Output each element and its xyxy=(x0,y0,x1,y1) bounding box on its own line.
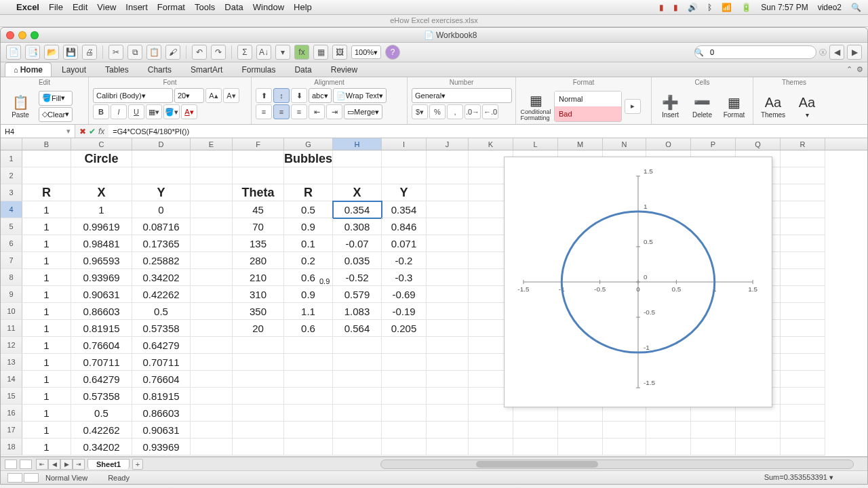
cell-E9[interactable] xyxy=(191,286,233,303)
search-clear-icon[interactable]: ⓧ xyxy=(819,47,827,58)
cell-B17[interactable]: 1 xyxy=(22,422,71,439)
cell-F17[interactable] xyxy=(233,422,284,439)
volume-icon[interactable]: 🔊 xyxy=(688,3,698,12)
cell-H5[interactable]: 0.308 xyxy=(333,218,382,235)
cell-K17[interactable] xyxy=(469,422,513,439)
cell-E17[interactable] xyxy=(191,422,233,439)
cell-R11[interactable] xyxy=(781,320,825,337)
tab-data[interactable]: Data xyxy=(285,62,320,77)
cell-I7[interactable]: -0.2 xyxy=(382,252,427,269)
cell-J16[interactable] xyxy=(427,405,469,422)
decrease-decimal-button[interactable]: ←.0 xyxy=(482,104,498,119)
sheet-prev-button[interactable]: ◀ xyxy=(48,459,60,470)
cell-I6[interactable]: 0.071 xyxy=(382,235,427,252)
cell-C12[interactable]: 0.76604 xyxy=(71,337,132,354)
cell-B5[interactable]: 1 xyxy=(22,218,71,235)
menu-help[interactable]: Help xyxy=(294,2,312,12)
cell-J13[interactable] xyxy=(427,354,469,371)
cell-H17[interactable] xyxy=(333,422,382,439)
collapse-ribbon-icon[interactable]: ⌃ xyxy=(846,65,852,74)
cell-H13[interactable] xyxy=(333,354,382,371)
conditional-formatting-button[interactable]: ▦Conditional Formatting xyxy=(520,89,551,123)
cell-C9[interactable]: 0.90631 xyxy=(71,286,132,303)
colh-G[interactable]: G xyxy=(284,138,333,150)
bold-button[interactable]: B xyxy=(93,104,109,119)
cell-I8[interactable]: -0.3 xyxy=(382,269,427,286)
colh-N[interactable]: N xyxy=(603,138,646,150)
cell-F6[interactable]: 135 xyxy=(233,235,284,252)
spotlight-icon[interactable]: 🔍 xyxy=(851,3,861,12)
view-normal-icon[interactable] xyxy=(5,460,17,469)
tab-home[interactable]: ⌂Home xyxy=(5,62,52,77)
column-headers[interactable]: B C D E F G H I J K L M N O P Q R xyxy=(1,138,867,150)
cell-I5[interactable]: 0.846 xyxy=(382,218,427,235)
save-button[interactable]: 💾 xyxy=(63,45,78,60)
wifi-icon[interactable]: 📶 xyxy=(722,3,732,12)
cell-I2[interactable] xyxy=(382,167,427,184)
cell-B15[interactable]: 1 xyxy=(22,388,71,405)
cell-D14[interactable]: 0.76604 xyxy=(132,371,191,388)
sheet-nav[interactable]: ⇤ ◀ ▶ ⇥ xyxy=(36,459,85,470)
insert-cells-button[interactable]: ➕Insert xyxy=(656,89,685,123)
menu-insert[interactable]: Insert xyxy=(125,2,148,12)
cell-E13[interactable] xyxy=(191,354,233,371)
cell-F11[interactable]: 20 xyxy=(233,320,284,337)
cell-D9[interactable]: 0.42262 xyxy=(132,286,191,303)
colh-H[interactable]: H xyxy=(333,138,382,150)
cell-H14[interactable] xyxy=(333,371,382,388)
cell-I11[interactable]: 0.205 xyxy=(382,320,427,337)
cell-K18[interactable] xyxy=(469,439,513,455)
number-format-select[interactable]: General ▾ xyxy=(412,88,512,103)
cell-B9[interactable]: 1 xyxy=(22,286,71,303)
cell-L17[interactable] xyxy=(513,422,558,439)
open-template-button[interactable]: 📑 xyxy=(25,45,40,60)
rowh-7[interactable]: 7 xyxy=(1,252,22,269)
cell-C16[interactable]: 0.5 xyxy=(71,405,132,422)
cell-J4[interactable] xyxy=(427,201,469,218)
cell-H15[interactable] xyxy=(333,388,382,405)
cell-B13[interactable]: 1 xyxy=(22,354,71,371)
colh-L[interactable]: L xyxy=(513,138,558,150)
paste-big-button[interactable]: 📋Paste xyxy=(5,89,36,123)
comma-button[interactable]: , xyxy=(447,104,463,119)
cell-R2[interactable] xyxy=(781,167,825,184)
cell-F12[interactable] xyxy=(233,337,284,354)
cell-B6[interactable]: 1 xyxy=(22,235,71,252)
cell-F14[interactable] xyxy=(233,371,284,388)
clock[interactable]: Sun 7:57 PM xyxy=(761,3,808,12)
cell-D2[interactable] xyxy=(132,167,191,184)
close-window-button[interactable] xyxy=(6,31,14,39)
cell-C6[interactable]: 0.98481 xyxy=(71,235,132,252)
cell-R18[interactable] xyxy=(781,439,825,455)
cell-G2[interactable] xyxy=(284,167,333,184)
sheet-first-button[interactable]: ⇤ xyxy=(36,459,48,470)
cell-D7[interactable]: 0.25882 xyxy=(132,252,191,269)
cell-C14[interactable]: 0.64279 xyxy=(71,371,132,388)
cell-J5[interactable] xyxy=(427,218,469,235)
cell-G3[interactable]: R xyxy=(284,184,333,201)
cell-E7[interactable] xyxy=(191,252,233,269)
cell-C8[interactable]: 0.93969 xyxy=(71,269,132,286)
minimize-window-button[interactable] xyxy=(18,31,26,39)
cell-J2[interactable] xyxy=(427,167,469,184)
increase-indent-button[interactable]: ⇥ xyxy=(326,104,342,119)
cell-B1[interactable] xyxy=(22,150,71,167)
styles-more-button[interactable]: ▸ xyxy=(625,99,641,114)
window-titlebar[interactable]: 📄 Workbook8 xyxy=(1,28,867,43)
cell-D6[interactable]: 0.17365 xyxy=(132,235,191,252)
cell-J11[interactable] xyxy=(427,320,469,337)
cell-E6[interactable] xyxy=(191,235,233,252)
cell-F15[interactable] xyxy=(233,388,284,405)
cell-P18[interactable] xyxy=(691,439,736,455)
cell-R3[interactable] xyxy=(781,184,825,201)
window-controls[interactable] xyxy=(6,31,39,39)
decrease-font-button[interactable]: A▾ xyxy=(223,88,239,103)
cell-I10[interactable]: -0.19 xyxy=(382,303,427,320)
cell-C2[interactable] xyxy=(71,167,132,184)
colh-K[interactable]: K xyxy=(469,138,513,150)
cell-O18[interactable] xyxy=(646,439,691,455)
cancel-formula-icon[interactable]: ✖ xyxy=(79,127,86,136)
align-left-button[interactable]: ≡ xyxy=(256,104,272,119)
cell-R10[interactable] xyxy=(781,303,825,320)
format-painter-button[interactable]: 🖌 xyxy=(165,45,180,60)
